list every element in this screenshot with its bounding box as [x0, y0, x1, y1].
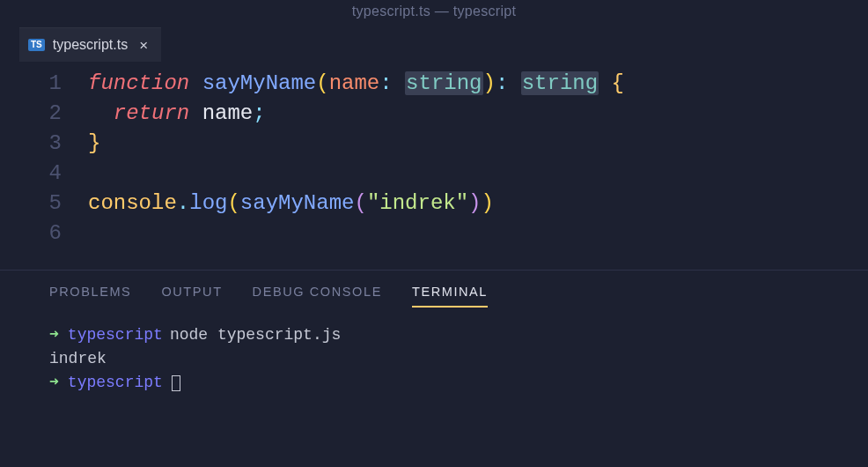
prompt-dir: typescript [68, 323, 163, 347]
terminal-line: indrek [49, 347, 868, 371]
line-number: 5 [0, 189, 88, 219]
code-line-4 [88, 159, 100, 189]
code-line-5: console.log(sayMyName("indrek")) [88, 189, 494, 219]
tab-debug-console[interactable]: DEBUG CONSOLE [253, 285, 382, 308]
tab-typescript[interactable]: TS typescript.ts × [19, 27, 161, 62]
code-editor[interactable]: 1 function sayMyName(name: string): stri… [0, 62, 868, 270]
terminal-command: node typescript.js [170, 323, 341, 347]
panel-tabs: PROBLEMS OUTPUT DEBUG CONSOLE TERMINAL [0, 271, 868, 318]
line-number: 2 [0, 99, 88, 129]
terminal-line: ➜ typescript node typescript.js [49, 323, 868, 347]
code-line-2: return name; [88, 99, 266, 129]
window-title: typescript.ts — typescript [0, 0, 868, 27]
code-line-1: function sayMyName(name: string): string… [88, 69, 624, 99]
code-line-6 [88, 219, 100, 248]
prompt-arrow-icon: ➜ [49, 323, 59, 347]
tab-terminal[interactable]: TERMINAL [412, 285, 488, 308]
terminal[interactable]: ➜ typescript node typescript.js indrek ➜… [0, 318, 868, 395]
line-number: 1 [0, 69, 88, 99]
bottom-panel: PROBLEMS OUTPUT DEBUG CONSOLE TERMINAL ➜… [0, 270, 868, 395]
terminal-cursor [172, 375, 180, 391]
tab-row: TS typescript.ts × [0, 27, 868, 62]
line-number: 3 [0, 129, 88, 159]
tab-output[interactable]: OUTPUT [161, 285, 222, 308]
tab-filename: typescript.ts [53, 37, 128, 53]
terminal-output: indrek [49, 347, 107, 371]
prompt-arrow-icon: ➜ [49, 371, 59, 395]
prompt-dir: typescript [68, 371, 163, 395]
line-number: 6 [0, 219, 88, 248]
terminal-line: ➜ typescript [49, 371, 868, 395]
close-icon[interactable]: × [139, 38, 148, 53]
code-line-3: } [88, 129, 100, 159]
typescript-file-icon: TS [28, 39, 45, 51]
line-number: 4 [0, 159, 88, 189]
tab-problems[interactable]: PROBLEMS [49, 285, 131, 308]
